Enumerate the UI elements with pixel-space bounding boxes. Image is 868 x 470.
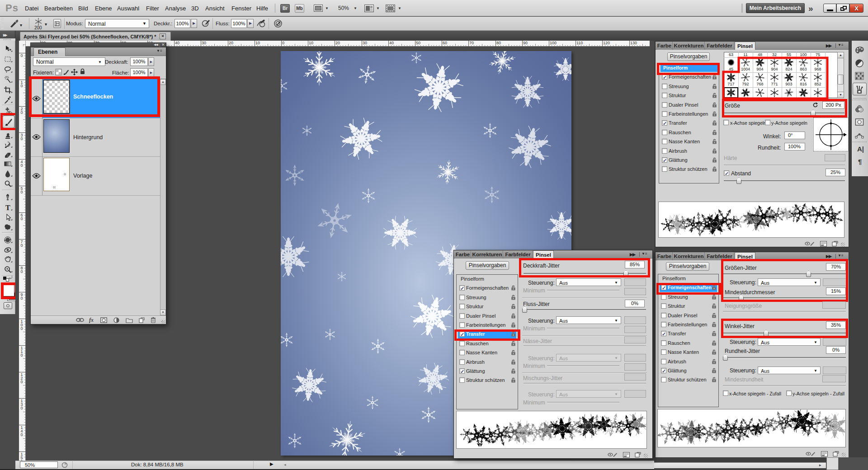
svg-text:T: T (5, 204, 10, 212)
